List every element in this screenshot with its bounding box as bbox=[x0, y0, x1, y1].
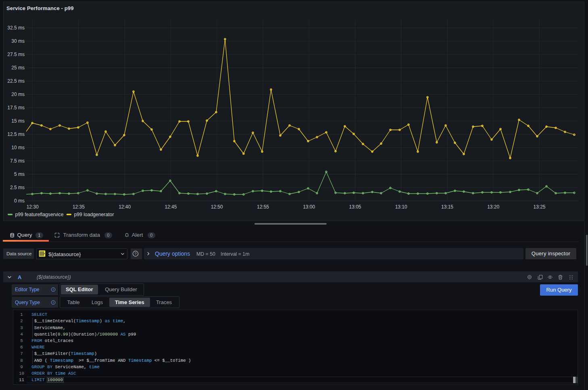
svg-text:5 ms: 5 ms bbox=[14, 171, 25, 177]
svg-text:12:50: 12:50 bbox=[211, 204, 223, 210]
svg-text:27.5 ms: 27.5 ms bbox=[7, 52, 25, 57]
svg-text:13:15: 13:15 bbox=[441, 204, 453, 210]
svg-text:p99 loadgenerator: p99 loadgenerator bbox=[74, 212, 114, 217]
svg-text:2.5 ms: 2.5 ms bbox=[10, 185, 25, 190]
svg-text:12:55: 12:55 bbox=[257, 204, 269, 210]
svg-text:20 ms: 20 ms bbox=[11, 92, 25, 97]
svg-text:30 ms: 30 ms bbox=[11, 38, 25, 44]
svg-text:13:20: 13:20 bbox=[487, 204, 499, 210]
svg-text:12.5 ms: 12.5 ms bbox=[7, 131, 25, 137]
svg-text:15 ms: 15 ms bbox=[11, 118, 25, 124]
svg-text:0 ms: 0 ms bbox=[14, 198, 25, 204]
svg-text:12:35: 12:35 bbox=[73, 204, 85, 210]
svg-text:p99 featureflagservice: p99 featureflagservice bbox=[15, 212, 64, 217]
svg-text:12:30: 12:30 bbox=[27, 204, 39, 210]
svg-text:17.5 ms: 17.5 ms bbox=[7, 105, 25, 111]
svg-text:?: ? bbox=[134, 251, 136, 256]
svg-text:12:40: 12:40 bbox=[119, 204, 131, 210]
svg-text:7.5 ms: 7.5 ms bbox=[10, 158, 25, 164]
svg-text:25 ms: 25 ms bbox=[11, 65, 25, 71]
svg-text:13:25: 13:25 bbox=[533, 204, 545, 210]
svg-text:32.5 ms: 32.5 ms bbox=[7, 25, 25, 31]
svg-text:13:00: 13:00 bbox=[303, 204, 315, 210]
svg-text:22.5 ms: 22.5 ms bbox=[7, 78, 25, 84]
svg-text:13:05: 13:05 bbox=[349, 204, 361, 210]
svg-text:13:10: 13:10 bbox=[395, 204, 407, 210]
svg-text:10 ms: 10 ms bbox=[11, 145, 25, 150]
svg-text:12:45: 12:45 bbox=[165, 204, 177, 210]
